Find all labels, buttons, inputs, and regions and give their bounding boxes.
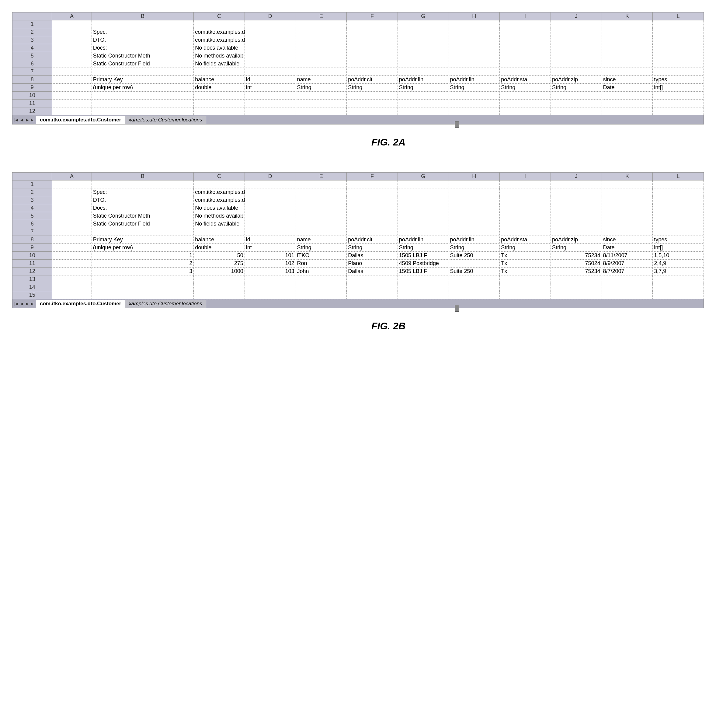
cell[interactable]: String: [347, 84, 398, 91]
cell[interactable]: com.itko.examples.dto.Customer: [194, 36, 245, 44]
cell[interactable]: 3: [91, 267, 193, 275]
cell[interactable]: String: [551, 84, 602, 91]
cell[interactable]: 2,4,9: [653, 260, 704, 267]
cell[interactable]: [347, 108, 398, 116]
cell[interactable]: [347, 283, 398, 291]
cell[interactable]: [347, 275, 398, 283]
cell[interactable]: [194, 291, 245, 299]
cell[interactable]: [52, 188, 91, 196]
cell[interactable]: [244, 196, 296, 204]
col-header[interactable]: I: [500, 12, 551, 20]
cell[interactable]: [653, 212, 704, 220]
cell[interactable]: [551, 91, 602, 100]
cell[interactable]: [296, 196, 347, 204]
cell[interactable]: poAddr.zip: [551, 76, 602, 84]
cell[interactable]: [347, 212, 398, 220]
cell[interactable]: 102: [244, 260, 296, 267]
cell[interactable]: [347, 204, 398, 212]
cell[interactable]: Suite 250: [449, 252, 500, 260]
cell[interactable]: [244, 108, 296, 116]
cell[interactable]: [347, 28, 398, 36]
cell[interactable]: [296, 212, 347, 220]
cell[interactable]: 101: [244, 252, 296, 260]
sheet-tab-inactive[interactable]: xamples.dto.Customer.locations: [125, 300, 206, 308]
cell[interactable]: [653, 228, 704, 236]
cell[interactable]: (unique per row): [91, 84, 193, 91]
cell[interactable]: No fields available: [194, 220, 245, 228]
cell[interactable]: [296, 188, 347, 196]
cell[interactable]: [52, 275, 91, 283]
col-header[interactable]: K: [602, 173, 653, 181]
cell[interactable]: [244, 100, 296, 108]
cell[interactable]: [244, 283, 296, 291]
cell[interactable]: com.itko.examples.dto.Customer: [194, 28, 245, 36]
cell[interactable]: id: [244, 76, 296, 84]
cell[interactable]: 8/9/2007: [602, 260, 653, 267]
cell[interactable]: [653, 283, 704, 291]
cell[interactable]: [52, 252, 91, 260]
cell[interactable]: [449, 100, 500, 108]
cell[interactable]: [653, 204, 704, 212]
cell[interactable]: [194, 108, 245, 116]
cell[interactable]: [449, 60, 500, 68]
cell[interactable]: Tx: [500, 252, 551, 260]
cell[interactable]: int[]: [653, 244, 704, 252]
cell[interactable]: 1000: [194, 267, 245, 275]
cell[interactable]: [347, 228, 398, 236]
cell[interactable]: [449, 52, 500, 60]
cell[interactable]: 4509 Postbridge: [397, 260, 449, 267]
cell[interactable]: [602, 220, 653, 228]
cell[interactable]: [500, 204, 551, 212]
col-header[interactable]: A: [52, 173, 91, 181]
cell[interactable]: poAddr.sta: [500, 76, 551, 84]
cell[interactable]: [397, 100, 449, 108]
cell[interactable]: [52, 283, 91, 291]
cell[interactable]: [347, 100, 398, 108]
cell[interactable]: 8/7/2007: [602, 267, 653, 275]
cell[interactable]: [500, 28, 551, 36]
cell[interactable]: John: [296, 267, 347, 275]
cell[interactable]: [244, 20, 296, 28]
col-header[interactable]: E: [296, 173, 347, 181]
cell[interactable]: 1505 LBJ F: [397, 252, 449, 260]
row-header[interactable]: 7: [12, 228, 52, 236]
cell[interactable]: No methods available: [194, 52, 245, 60]
cell[interactable]: [397, 36, 449, 44]
grid-b[interactable]: A B C D E F G H I J K L 12Spec:com.itko.…: [12, 172, 704, 299]
cell[interactable]: [194, 181, 245, 188]
cell[interactable]: [500, 196, 551, 204]
tab-last-icon[interactable]: ▶|: [30, 301, 35, 307]
cell[interactable]: [244, 28, 296, 36]
cell[interactable]: [296, 20, 347, 28]
cell[interactable]: poAddr.lin: [397, 76, 449, 84]
cell[interactable]: [602, 188, 653, 196]
row-header[interactable]: 12: [12, 267, 52, 275]
cell[interactable]: [296, 68, 347, 76]
cell[interactable]: No methods available: [194, 212, 245, 220]
cell[interactable]: [449, 291, 500, 299]
cell[interactable]: [602, 52, 653, 60]
cell[interactable]: [296, 204, 347, 212]
cell[interactable]: [551, 283, 602, 291]
cell[interactable]: String: [551, 244, 602, 252]
cell[interactable]: [602, 36, 653, 44]
cell[interactable]: [244, 181, 296, 188]
cell[interactable]: types: [653, 76, 704, 84]
cell[interactable]: [551, 52, 602, 60]
cell[interactable]: [500, 108, 551, 116]
cell[interactable]: [653, 220, 704, 228]
cell[interactable]: [397, 108, 449, 116]
cell[interactable]: [551, 108, 602, 116]
cell[interactable]: [653, 188, 704, 196]
cell[interactable]: [194, 91, 245, 100]
cell[interactable]: [602, 196, 653, 204]
col-header[interactable]: C: [194, 12, 245, 20]
cell[interactable]: String: [397, 84, 449, 91]
cell[interactable]: [397, 283, 449, 291]
cell[interactable]: 1505 LBJ F: [397, 267, 449, 275]
cell[interactable]: Static Constructor Meth: [91, 212, 193, 220]
row-header[interactable]: 8: [12, 76, 52, 84]
cell[interactable]: [653, 60, 704, 68]
cell[interactable]: 75024: [551, 260, 602, 267]
cell[interactable]: 3,7,9: [653, 267, 704, 275]
